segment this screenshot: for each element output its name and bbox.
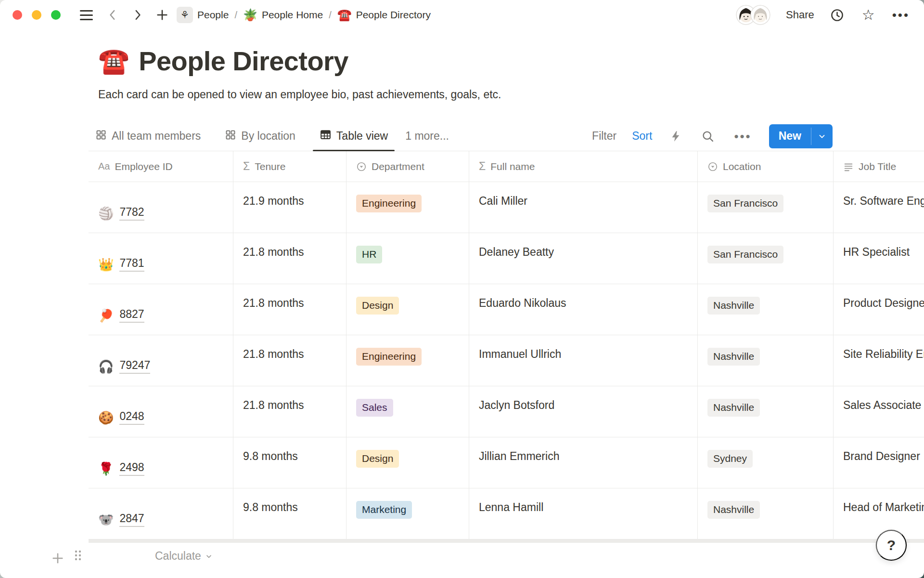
potted-plant-emoji: 🪴 xyxy=(243,8,257,22)
view-options-icon[interactable]: ••• xyxy=(732,128,753,144)
department-cell: Engineering xyxy=(346,335,469,386)
table-row[interactable]: 🌹24989.8 monthsDesignJillian EmmerichSyd… xyxy=(89,437,924,488)
location-tag[interactable]: Nashville xyxy=(707,399,760,417)
row-emoji-icon: 🏓 xyxy=(98,309,114,322)
row-emoji-icon: 🍪 xyxy=(98,411,114,424)
tab-table-view[interactable]: Table view xyxy=(313,121,395,151)
full-name-cell: Lenna Hamill xyxy=(469,488,698,539)
formula-icon: Σ xyxy=(479,160,486,173)
breadcrumb-item-people-home[interactable]: 🪴People Home xyxy=(243,8,323,22)
text-icon xyxy=(843,161,854,172)
sort-button[interactable]: Sort xyxy=(632,130,652,143)
notion-window: ⚘People/🪴People Home/☎️People Directory … xyxy=(0,0,924,578)
department-tag[interactable]: Design xyxy=(356,450,399,468)
employee-id-link[interactable]: 8827 xyxy=(119,308,144,323)
tenure-cell: 9.8 months xyxy=(233,488,346,539)
department-tag[interactable]: Engineering xyxy=(356,348,422,366)
new-button[interactable]: New xyxy=(769,124,811,148)
sidebar-toggle-icon[interactable] xyxy=(78,8,95,22)
minimize-button[interactable] xyxy=(32,10,41,20)
employee-id-link[interactable]: 7782 xyxy=(119,206,144,221)
table-row[interactable]: 🏐778221.9 monthsEngineeringCali MillerSa… xyxy=(89,182,924,233)
close-button[interactable] xyxy=(13,10,22,20)
page-title-text: People Directory xyxy=(139,45,348,77)
column-header-employee-id[interactable]: AaEmployee ID xyxy=(89,151,233,182)
automations-bolt-icon[interactable] xyxy=(667,128,684,144)
forward-icon[interactable] xyxy=(128,6,147,24)
formula-icon: Σ xyxy=(243,160,250,173)
back-icon[interactable] xyxy=(103,6,122,24)
more-options-icon[interactable]: ••• xyxy=(890,7,911,23)
table-row[interactable]: 🐨28479.8 monthsMarketingLenna HamillNash… xyxy=(89,488,924,539)
department-cell: HR xyxy=(346,233,469,284)
gallery-icon xyxy=(225,129,236,144)
tenure-cell: 21.8 months xyxy=(233,386,346,437)
table-row[interactable]: 🏓882721.8 monthsDesignEduardo NikolausNa… xyxy=(89,284,924,335)
new-button-group: New xyxy=(769,124,833,148)
employee-id-cell: 🐨2847 xyxy=(89,488,233,539)
tab-by-location[interactable]: By location xyxy=(218,121,302,151)
tab-label: All team members xyxy=(112,130,201,143)
table-footer: Calculate xyxy=(0,543,924,571)
column-header-tenure[interactable]: ΣTenure xyxy=(233,151,346,182)
job-title-cell: Sr. Software Engineer xyxy=(834,182,924,233)
row-emoji-icon: 🏐 xyxy=(98,207,114,220)
employee-id-link[interactable]: 79247 xyxy=(119,359,150,374)
collaborator-avatars[interactable] xyxy=(736,5,770,25)
location-tag[interactable]: Nashville xyxy=(707,348,760,366)
employee-id-cell: 🎧79247 xyxy=(89,335,233,386)
employee-id-link[interactable]: 7781 xyxy=(119,257,144,272)
updates-clock-icon[interactable] xyxy=(828,6,847,25)
department-tag[interactable]: Engineering xyxy=(356,195,422,212)
location-cell: Nashville xyxy=(698,284,834,335)
department-tag[interactable]: Marketing xyxy=(356,501,412,519)
column-header-label: Job Title xyxy=(859,161,896,172)
filter-button[interactable]: Filter xyxy=(592,130,616,143)
employee-id-cell: 🏐7782 xyxy=(89,182,233,233)
location-tag[interactable]: Nashville xyxy=(707,501,760,519)
tab-all-team-members[interactable]: All team members xyxy=(89,121,207,151)
employee-id-link[interactable]: 2847 xyxy=(119,512,144,527)
location-tag[interactable]: Nashville xyxy=(707,297,760,315)
department-tag[interactable]: Design xyxy=(356,297,399,315)
more-views-button[interactable]: 1 more... xyxy=(405,130,449,143)
new-page-icon[interactable] xyxy=(153,5,172,25)
people-table: AaEmployee IDΣTenureDepartmentΣFull name… xyxy=(89,151,924,539)
column-header-department[interactable]: Department xyxy=(346,151,469,182)
favorite-star-icon[interactable]: ☆ xyxy=(860,6,877,24)
location-tag[interactable]: Sydney xyxy=(707,450,753,468)
column-header-location[interactable]: Location xyxy=(698,151,834,182)
column-header-full-name[interactable]: ΣFull name xyxy=(469,151,698,182)
new-dropdown-chevron-icon[interactable] xyxy=(811,124,833,148)
table-row[interactable]: 👑778121.8 monthsHRDelaney BeattySan Fran… xyxy=(89,233,924,284)
add-row-plus-icon[interactable] xyxy=(48,549,67,568)
breadcrumb-item-people[interactable]: ⚘People xyxy=(177,7,229,23)
location-tag[interactable]: San Francisco xyxy=(707,195,783,212)
breadcrumb-separator: / xyxy=(234,10,237,21)
table-row[interactable]: 🍪024821.8 monthsSalesJaclyn BotsfordNash… xyxy=(89,386,924,437)
job-title-cell: Brand Designer xyxy=(834,437,924,488)
view-tabs-bar: All team membersBy locationTable view 1 … xyxy=(89,121,924,151)
column-header-job-title[interactable]: Job Title xyxy=(834,151,924,182)
share-button[interactable]: Share xyxy=(786,9,814,21)
breadcrumb: ⚘People/🪴People Home/☎️People Directory xyxy=(177,7,431,23)
breadcrumb-item-people-directory[interactable]: ☎️People Directory xyxy=(337,8,431,22)
help-button[interactable]: ? xyxy=(876,530,907,561)
window-topbar: ⚘People/🪴People Home/☎️People Directory … xyxy=(0,0,924,30)
search-icon[interactable] xyxy=(699,128,717,145)
location-tag[interactable]: San Francisco xyxy=(707,246,783,263)
calculate-button[interactable]: Calculate xyxy=(155,550,213,563)
department-cell: Design xyxy=(346,437,469,488)
employee-id-link[interactable]: 2498 xyxy=(119,461,144,476)
red-telephone-page-icon[interactable]: ☎️ xyxy=(98,46,129,76)
location-cell: San Francisco xyxy=(698,233,834,284)
department-tag[interactable]: HR xyxy=(356,246,382,263)
table-row[interactable]: 🎧7924721.8 monthsEngineeringImmanuel Ull… xyxy=(89,335,924,386)
employee-id-link[interactable]: 0248 xyxy=(119,410,144,425)
department-tag[interactable]: Sales xyxy=(356,399,393,417)
breadcrumb-label: People Directory xyxy=(356,9,431,21)
full-name-cell: Jillian Emmerich xyxy=(469,437,698,488)
people-database-icon: ⚘ xyxy=(177,7,193,23)
zoom-button[interactable] xyxy=(51,10,61,20)
drag-handle-icon[interactable] xyxy=(73,549,83,564)
